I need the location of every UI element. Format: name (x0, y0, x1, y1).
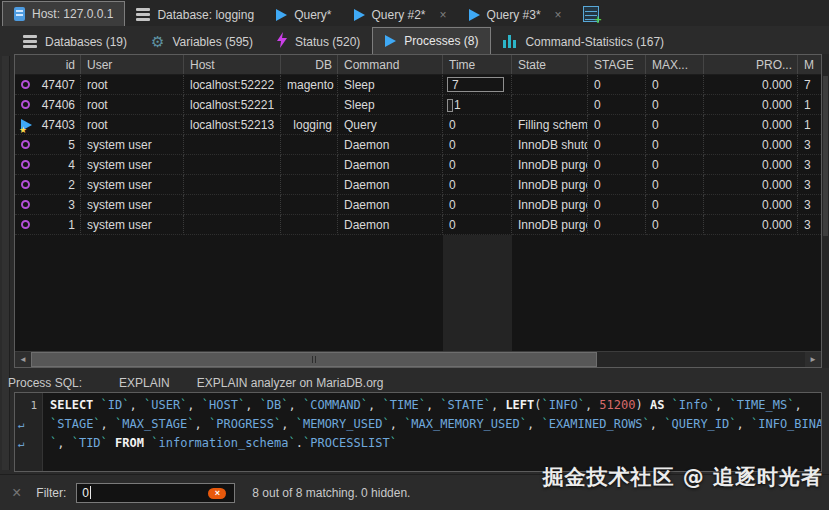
cell-max[interactable]: 0 (646, 195, 704, 215)
cell-command[interactable]: Daemon (338, 155, 443, 175)
sub-tab-processes-8[interactable]: Processes (8) (372, 27, 491, 54)
cell-state[interactable]: Filling schema table (512, 115, 588, 135)
cell-progress[interactable]: 0.000 (704, 175, 798, 195)
scrollbar-track[interactable] (597, 352, 805, 367)
cell-state[interactable]: InnoDB purge coor... (512, 215, 588, 235)
process-row[interactable]: 47406rootlocalhost:52221Sleep1000.0001 (15, 95, 821, 115)
cell-state[interactable]: InnoDB purge wor... (512, 195, 588, 215)
cell-db[interactable]: logging (281, 115, 338, 135)
cell-time[interactable]: 0 (443, 115, 512, 135)
column-header-progress[interactable]: PRO... (704, 55, 798, 74)
cell-id[interactable]: 47407 (15, 75, 81, 95)
cell-command[interactable]: Daemon (338, 135, 443, 155)
cell-user[interactable]: system user (81, 195, 184, 215)
cell-host[interactable] (184, 135, 281, 155)
cell-mem[interactable]: 3 (798, 135, 822, 155)
cell-stage[interactable]: 0 (588, 75, 646, 95)
cell-progress[interactable]: 0.000 (704, 95, 798, 115)
close-icon[interactable]: × (555, 8, 562, 22)
cell-host[interactable] (184, 215, 281, 235)
cell-stage[interactable]: 0 (588, 115, 646, 135)
sub-tab-command-statistics-167[interactable]: Command-Statistics (167) (491, 29, 676, 54)
column-header-state[interactable]: State (512, 55, 588, 74)
sub-tab-variables-595[interactable]: ⚙Variables (595) (139, 29, 265, 54)
cell-db[interactable]: magento (281, 75, 338, 95)
filter-clear-button[interactable]: × (208, 488, 226, 499)
cell-progress[interactable]: 0.000 (704, 135, 798, 155)
cell-id[interactable]: 3 (15, 195, 81, 215)
cell-stage[interactable]: 0 (588, 195, 646, 215)
column-header-user[interactable]: User (81, 55, 184, 74)
cell-command[interactable]: Sleep (338, 75, 443, 95)
cell-time[interactable]: 1 (443, 95, 512, 115)
cell-max[interactable]: 0 (646, 95, 704, 115)
cell-user[interactable]: root (81, 75, 184, 95)
cell-user[interactable]: root (81, 95, 184, 115)
process-row[interactable]: 3system userDaemon0InnoDB purge wor...00… (15, 195, 821, 215)
vertical-scrollbar[interactable] (822, 54, 829, 368)
main-tab-query-2[interactable]: Query #2*× (343, 3, 458, 26)
cell-max[interactable]: 0 (646, 155, 704, 175)
cell-stage[interactable]: 0 (588, 95, 646, 115)
cell-user[interactable]: system user (81, 135, 184, 155)
process-row[interactable]: 5system userDaemon0InnoDB shutdown ...00… (15, 135, 821, 155)
cell-host[interactable] (184, 175, 281, 195)
cell-state[interactable] (512, 95, 588, 115)
sql-editor[interactable]: 1↵↵ SELECT `ID`, `USER`, `HOST`, `DB`, `… (14, 392, 822, 472)
cell-progress[interactable]: 0.000 (704, 75, 798, 95)
cell-time[interactable]: 7 (443, 75, 512, 95)
process-row[interactable]: ★47403rootlocalhost:52213loggingQuery0Fi… (15, 115, 821, 135)
cell-state[interactable] (512, 75, 588, 95)
cell-time[interactable]: 0 (443, 175, 512, 195)
process-row[interactable]: 1system userDaemon0InnoDB purge coor...0… (15, 215, 821, 235)
cell-progress[interactable]: 0.000 (704, 195, 798, 215)
scroll-left-arrow-icon[interactable] (15, 352, 31, 367)
main-tab-database-logging[interactable]: Database: logging (125, 3, 265, 26)
column-header-mem[interactable]: M (798, 55, 822, 74)
cell-mem[interactable]: 3 (798, 215, 822, 235)
cell-stage[interactable]: 0 (588, 215, 646, 235)
main-tab-host-127-0-0-1[interactable]: Host: 127.0.0.1 (2, 1, 125, 26)
cell-progress[interactable]: 0.000 (704, 115, 798, 135)
cell-command[interactable]: Query (338, 115, 443, 135)
cell-mem[interactable]: 1 (798, 95, 822, 115)
cell-host[interactable]: localhost:52221 (184, 95, 281, 115)
column-header-id[interactable]: id (15, 55, 81, 74)
new-query-tab-button[interactable] (583, 6, 599, 22)
filter-input[interactable]: 0 × (76, 483, 235, 503)
cell-progress[interactable]: 0.000 (704, 155, 798, 175)
cell-stage[interactable]: 0 (588, 155, 646, 175)
cell-id[interactable]: 5 (15, 135, 81, 155)
cell-time[interactable]: 0 (443, 215, 512, 235)
cell-user[interactable]: system user (81, 175, 184, 195)
cell-id[interactable]: 2 (15, 175, 81, 195)
cell-db[interactable] (281, 135, 338, 155)
cell-state[interactable]: InnoDB purge wor... (512, 155, 588, 175)
cell-host[interactable] (184, 195, 281, 215)
vertical-scrollbar-thumb[interactable] (823, 76, 828, 236)
cell-mem[interactable]: 3 (798, 155, 822, 175)
process-row[interactable]: 47407rootlocalhost:52222magentoSleep7000… (15, 75, 821, 95)
cell-db[interactable] (281, 95, 338, 115)
sub-tab-databases-19[interactable]: Databases (19) (11, 29, 139, 54)
column-header-db[interactable]: DB (281, 55, 338, 74)
cell-time[interactable]: 0 (443, 155, 512, 175)
cell-host[interactable] (184, 155, 281, 175)
cell-mem[interactable]: 7 (798, 75, 822, 95)
main-tab-query[interactable]: Query* (265, 3, 342, 26)
cell-max[interactable]: 0 (646, 175, 704, 195)
explain-analyzer-link[interactable]: EXPLAIN analyzer on MariaDB.org (197, 376, 384, 390)
cell-command[interactable]: Daemon (338, 195, 443, 215)
main-tab-query-3[interactable]: Query #3*× (458, 3, 573, 26)
column-header-max[interactable]: MAX... (646, 55, 704, 74)
cell-progress[interactable]: 0.000 (704, 215, 798, 235)
cell-command[interactable]: Daemon (338, 215, 443, 235)
cell-host[interactable]: localhost:52222 (184, 75, 281, 95)
sub-tab-status-520[interactable]: Status (520) (265, 29, 372, 54)
scrollbar-thumb[interactable] (31, 352, 597, 367)
cell-mem[interactable]: 3 (798, 195, 822, 215)
cell-max[interactable]: 0 (646, 215, 704, 235)
cell-id[interactable]: 1 (15, 215, 81, 235)
column-header-host[interactable]: Host (184, 55, 281, 74)
cell-db[interactable] (281, 195, 338, 215)
